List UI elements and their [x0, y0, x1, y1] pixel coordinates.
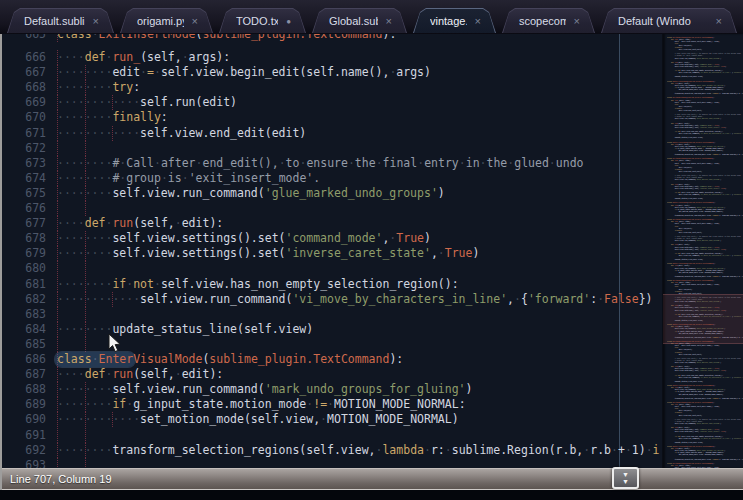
- code-line: 691: [2, 428, 662, 443]
- line-number: 676: [2, 201, 46, 216]
- line-number: 687: [2, 367, 46, 382]
- indent-guide: [57, 141, 58, 156]
- tab-label: TODO.txt: [236, 15, 278, 27]
- tab-close-icon[interactable]: ×: [716, 15, 722, 27]
- minimap-viewport[interactable]: [663, 294, 743, 344]
- indent-guide: [57, 458, 58, 468]
- indent-guide: [57, 307, 58, 322]
- line-number: 689: [2, 397, 46, 412]
- line-number: 691: [2, 428, 46, 443]
- line-number: 683: [2, 307, 46, 322]
- line-number: 688: [2, 382, 46, 397]
- tab-default-sublime[interactable]: Default.sublime×: [7, 8, 114, 33]
- code-line: 672: [2, 141, 662, 156]
- indent-guide: [57, 337, 58, 352]
- tab-close-icon[interactable]: ×: [574, 15, 580, 27]
- tab-todo-txt[interactable]: TODO.txt●: [219, 8, 306, 33]
- line-number: 680: [2, 261, 46, 276]
- code-line: 688········self.view.run_command('mark_u…: [2, 382, 662, 397]
- line-number: 684: [2, 322, 46, 337]
- indent-guide: [57, 201, 58, 216]
- line-number: 669: [2, 95, 46, 110]
- tab-label: scopecommand: [519, 15, 566, 27]
- code-line: 685: [2, 337, 662, 352]
- indent-guide: [85, 261, 86, 276]
- code-line: 674········#·group·is·'exit_insert_mode'…: [2, 171, 662, 186]
- code-line: 689········if·g_input_state.motion_mode·…: [2, 397, 662, 412]
- line-number: 670: [2, 110, 46, 125]
- line-number: 679: [2, 246, 46, 261]
- line-number: 690: [2, 412, 46, 427]
- minimap[interactable]: class ExitInsertMode(sublime_plugin.Text…: [662, 34, 743, 468]
- code-editor-area[interactable]: 665class·ExitInsertMode(sublime_plugin.T…: [2, 34, 662, 468]
- minimap-code: class ExitInsertMode(sublime_plugin.Text…: [667, 36, 743, 468]
- code-line: 679········self.view.settings().set('inv…: [2, 246, 662, 261]
- indent-guide: [85, 201, 86, 216]
- line-number: 675: [2, 186, 46, 201]
- code-line: 693: [2, 458, 662, 468]
- tab-bar: Default.sublime×origami.py×TODO.txt●Glob…: [0, 0, 743, 34]
- tab-close-icon[interactable]: ×: [475, 15, 481, 27]
- line-number: 666: [2, 50, 46, 65]
- tab-origami-py[interactable]: origami.py×: [120, 8, 213, 33]
- code-line: 690············set_motion_mode(self.view…: [2, 412, 662, 427]
- code-line: 670········finally:: [2, 110, 662, 125]
- indent-guide: [85, 141, 86, 156]
- code-line: 682············self.view.run_command('vi…: [2, 292, 662, 307]
- tab-label: Default (Windo: [618, 15, 691, 27]
- code-line: 671············self.view.end_edit(edit): [2, 126, 662, 141]
- tab-global-sublime[interactable]: Global.sublime×: [312, 8, 407, 33]
- tab-label: Default.sublime: [24, 15, 85, 27]
- line-number: 693: [2, 458, 46, 468]
- code-line: 687····def·run(self,·edit):: [2, 367, 662, 382]
- code-line: 681········if·not·self.view.has_non_empt…: [2, 277, 662, 292]
- code-line: 683: [2, 307, 662, 322]
- line-number: 671: [2, 126, 46, 141]
- code-line: 692········transform_selection_regions(s…: [2, 443, 662, 458]
- desktop-background: [0, 492, 743, 500]
- line-number: 673: [2, 156, 46, 171]
- indent-guide: [85, 428, 86, 443]
- line-number: 674: [2, 171, 46, 186]
- mouse-cursor-icon: [108, 333, 122, 353]
- indent-guide: [85, 307, 86, 322]
- tab-label: vintage.py: [430, 15, 467, 27]
- code-line: 665class·ExitInsertMode(sublime_plugin.T…: [2, 34, 662, 42]
- line-number: 667: [2, 65, 46, 80]
- indent-guide: [85, 337, 86, 352]
- line-number: 668: [2, 80, 46, 95]
- scroll-steppers-button[interactable]: ▼ ▼: [612, 467, 639, 489]
- indent-guide: [57, 261, 58, 276]
- code-line: 673········#·Call·after·end_edit(),·to·e…: [2, 156, 662, 171]
- tab-close-icon[interactable]: ×: [386, 15, 392, 27]
- tab-close-icon[interactable]: ×: [192, 15, 198, 27]
- tab-label: Global.sublime: [329, 15, 378, 27]
- tab-label: origami.py: [137, 15, 184, 27]
- line-number: 678: [2, 231, 46, 246]
- line-number: 685: [2, 337, 46, 352]
- tab-close-icon[interactable]: ×: [93, 15, 99, 27]
- code-line: 668········try:: [2, 80, 662, 95]
- line-number: 686: [2, 352, 46, 367]
- code-line: 678········self.view.settings().set('com…: [2, 231, 662, 246]
- code-line: 675········self.view.run_command('glue_m…: [2, 186, 662, 201]
- tab-vintage-py[interactable]: vintage.py×: [413, 8, 496, 33]
- indent-guide: [85, 458, 86, 468]
- line-number: 665: [2, 34, 46, 42]
- sublime-text-window: Default.sublime×origami.py×TODO.txt●Glob…: [0, 0, 743, 500]
- code-line: 676: [2, 201, 662, 216]
- line-number: 682: [2, 292, 46, 307]
- tab-default-windo[interactable]: Default (Windo×: [601, 8, 737, 33]
- code-line: 686class·EnterVisualMode(sublime_plugin.…: [2, 352, 662, 367]
- scroll-down-icon: ▼: [622, 471, 629, 478]
- code-line: 684········update_status_line(self.view): [2, 322, 662, 337]
- line-number: 677: [2, 216, 46, 231]
- tab-scopecommand[interactable]: scopecommand×: [502, 8, 595, 33]
- dirty-dot-icon: ●: [286, 17, 291, 26]
- line-number: 672: [2, 141, 46, 156]
- cursor-position-status: Line 707, Column 19: [10, 469, 112, 489]
- line-number: 681: [2, 277, 46, 292]
- code-line: 680: [2, 261, 662, 276]
- code-line: 677····def·run(self,·edit):: [2, 216, 662, 231]
- scroll-down-icon: ▼: [622, 478, 629, 485]
